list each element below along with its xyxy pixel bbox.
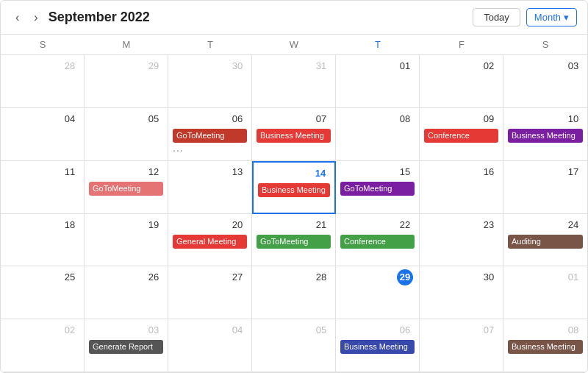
day-sun: S <box>1 35 85 54</box>
calendar-cell[interactable]: 19 <box>85 214 168 267</box>
calendar-cell[interactable]: 01 <box>503 266 587 319</box>
calendar-cell[interactable]: 30 <box>168 55 252 108</box>
date-number: 06 <box>397 322 413 338</box>
calendar-cell[interactable]: 09Conference <box>420 108 503 161</box>
event-pill[interactable]: Conference <box>424 129 498 143</box>
date-number: 23 <box>481 217 497 233</box>
calendar-cell[interactable]: 04 <box>168 319 252 372</box>
more-events[interactable]: ... <box>173 144 247 152</box>
calendar-cell[interactable]: 08 <box>336 108 420 161</box>
date-number: 02 <box>62 322 78 338</box>
event-pill[interactable]: Generate Report <box>89 340 163 354</box>
calendar-cell[interactable]: 29 <box>336 266 420 319</box>
date-number: 16 <box>481 164 497 180</box>
calendar-cell[interactable]: 02 <box>1 319 85 372</box>
calendar-cell[interactable]: 21GoToMeeting <box>252 214 336 267</box>
event-pill[interactable]: Business Meeting <box>508 129 583 143</box>
date-number: 12 <box>146 164 162 180</box>
event-pill[interactable]: Business Meeting <box>258 183 330 197</box>
date-number: 04 <box>62 111 78 127</box>
date-number: 02 <box>481 58 497 74</box>
calendar-cell[interactable]: 06GoToMeeting... <box>168 108 252 161</box>
date-number: 10 <box>565 111 581 127</box>
date-number: 07 <box>481 322 497 338</box>
date-number: 01 <box>565 269 581 285</box>
calendar-cell[interactable]: 25 <box>1 266 85 319</box>
date-number: 24 <box>565 217 581 233</box>
date-number: 14 <box>312 166 329 182</box>
date-number: 22 <box>397 217 413 233</box>
date-number: 28 <box>313 269 329 285</box>
calendar-cell[interactable]: 30 <box>420 266 503 319</box>
event-pill[interactable]: Conference <box>340 235 415 249</box>
calendar-cell[interactable]: 22Conference <box>336 214 420 267</box>
calendar-cell[interactable]: 14Business Meeting <box>252 161 336 214</box>
calendar-cell[interactable]: 07 <box>420 319 503 372</box>
event-pill[interactable]: Business Meeting <box>340 340 415 354</box>
calendar-cell[interactable]: 05 <box>252 319 336 372</box>
date-number: 19 <box>146 217 162 233</box>
event-pill[interactable]: GoToMeeting <box>173 129 247 143</box>
chevron-down-icon: ▾ <box>564 12 569 23</box>
event-pill[interactable]: GoToMeeting <box>340 182 415 196</box>
day-mon: M <box>85 35 168 54</box>
date-number: 08 <box>565 322 581 338</box>
date-number: 26 <box>146 269 162 285</box>
date-number: 21 <box>313 217 329 233</box>
calendar-cell[interactable]: 17 <box>503 161 587 214</box>
calendar-container: ‹ › September 2022 Today Month ▾ S M T W… <box>0 0 588 373</box>
calendar-cell[interactable]: 28 <box>1 55 85 108</box>
date-number: 04 <box>229 322 245 338</box>
calendar-cell[interactable]: 27 <box>168 266 252 319</box>
date-number: 13 <box>229 164 245 180</box>
calendar-cell[interactable]: 31 <box>252 55 336 108</box>
calendar-cell[interactable]: 03 <box>503 55 587 108</box>
calendar-cell[interactable]: 11 <box>1 161 85 214</box>
date-number: 15 <box>397 164 413 180</box>
calendar-cell[interactable]: 10Business Meeting <box>503 108 587 161</box>
calendar-cell[interactable]: 15GoToMeeting <box>336 161 420 214</box>
calendar-cell[interactable]: 02 <box>420 55 503 108</box>
date-number: 06 <box>229 111 245 127</box>
calendar-cell[interactable]: 01 <box>336 55 420 108</box>
date-number: 05 <box>146 111 162 127</box>
calendar-cell[interactable]: 23 <box>420 214 503 267</box>
date-number: 30 <box>481 269 497 285</box>
date-number: 05 <box>313 322 329 338</box>
calendar-cell[interactable]: 04 <box>1 108 85 161</box>
event-pill[interactable]: Business Meeting <box>508 340 583 354</box>
calendar-grid: 28293031010203040506GoToMeeting...07Busi… <box>1 55 587 372</box>
calendar-cell[interactable]: 20General Meeting <box>168 214 252 267</box>
month-label: Month <box>534 12 561 23</box>
calendar-cell[interactable]: 18 <box>1 214 85 267</box>
date-number: 07 <box>313 111 329 127</box>
event-pill[interactable]: Business Meeting <box>257 129 331 143</box>
calendar-cell[interactable]: 13 <box>168 161 252 214</box>
calendar-cell[interactable]: 29 <box>85 55 168 108</box>
event-pill[interactable]: General Meeting <box>173 235 247 249</box>
day-sat: S <box>503 35 587 54</box>
date-number: 18 <box>62 217 78 233</box>
calendar-cell[interactable]: 26 <box>85 266 168 319</box>
calendar-cell[interactable]: 03Generate Report <box>85 319 168 372</box>
calendar-cell[interactable]: 05 <box>85 108 168 161</box>
day-wed: W <box>252 35 336 54</box>
header-actions: Today Month ▾ <box>473 8 577 26</box>
today-button[interactable]: Today <box>473 8 520 26</box>
next-button[interactable]: › <box>29 10 42 26</box>
date-number: 03 <box>146 322 162 338</box>
calendar-cell[interactable]: 07Business Meeting <box>252 108 336 161</box>
month-button[interactable]: Month ▾ <box>526 8 577 26</box>
event-pill[interactable]: GoToMeeting <box>89 182 163 196</box>
month-title: September 2022 <box>49 10 467 25</box>
event-pill[interactable]: GoToMeeting <box>257 235 331 249</box>
calendar-cell[interactable]: 12GoToMeeting <box>85 161 168 214</box>
calendar-cell[interactable]: 24Auditing <box>503 214 587 267</box>
calendar-cell[interactable]: 06Business Meeting <box>336 319 420 372</box>
prev-button[interactable]: ‹ <box>11 10 24 26</box>
calendar-cell[interactable]: 28 <box>252 266 336 319</box>
calendar-cell[interactable]: 16 <box>420 161 503 214</box>
calendar-cell[interactable]: 08Business Meeting <box>503 319 587 372</box>
day-fri: F <box>420 35 503 54</box>
event-pill[interactable]: Auditing <box>508 235 583 249</box>
